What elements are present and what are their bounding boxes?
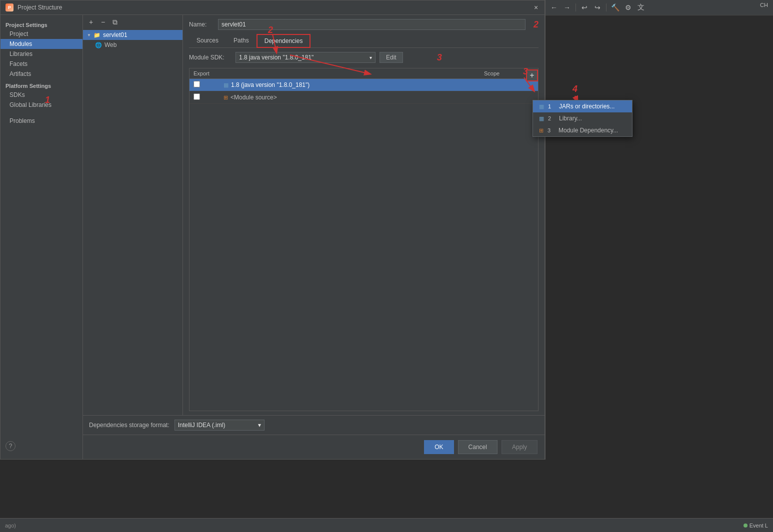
tab-paths[interactable]: Paths [226, 34, 256, 47]
app-icon: P [6, 3, 14, 11]
sidebar-item-problems[interactable]: Problems [0, 116, 82, 126]
tab-dependencies[interactable]: Dependencies [256, 34, 311, 48]
dialog-body: Project Settings Project Modules Librari… [0, 15, 544, 459]
export-col-header: Export [194, 70, 224, 76]
rt-settings-btn[interactable]: ⚙ [622, 2, 634, 13]
sidebar-item-label: Facets [10, 60, 28, 67]
deps-name-label: <Module source> [230, 94, 277, 101]
sdk-row: Module SDK: 1.8 java version "1.8.0_181"… [189, 52, 538, 63]
export-checkbox[interactable] [194, 81, 200, 87]
tree-item-label: Web [104, 41, 116, 48]
help-button[interactable]: ? [6, 441, 16, 451]
dropdown-item-label: JARs or directories... [559, 103, 614, 110]
name-row: Name: 2 [189, 19, 538, 30]
status-info: ago) [5, 523, 16, 529]
tree-item-servlet01[interactable]: ▼ 📁 servlet01 [83, 30, 182, 40]
dialog-title: Project Structure [18, 4, 62, 11]
sdk-edit-button[interactable]: Edit [380, 52, 403, 63]
sidebar-item-label: Modules [10, 40, 32, 47]
project-settings-section-label: Project Settings [0, 19, 82, 29]
sidebar-item-label: Libraries [10, 50, 32, 57]
dropdown-item-label: Library... [559, 115, 582, 122]
tab-label: Dependencies [264, 37, 303, 44]
dropdown-item-module-dep[interactable]: ⊞ 3 Module Dependency... [533, 124, 632, 136]
storage-row: Dependencies storage format: IntelliJ ID… [83, 415, 544, 435]
add-dependency-button[interactable]: + [526, 69, 538, 81]
apply-button[interactable]: Apply [502, 440, 538, 454]
sdk-dropdown-arrow: ▾ [370, 55, 372, 60]
sidebar-item-sdks[interactable]: SDKs [0, 90, 82, 100]
web-icon: 🌐 [95, 42, 102, 48]
rt-translate-btn[interactable]: 文 [636, 2, 646, 13]
tree-item-label: servlet01 [103, 31, 128, 38]
deps-table-header: Export Scope + [189, 68, 538, 78]
name-label: Name: [189, 21, 214, 28]
ok-button[interactable]: OK [424, 440, 454, 454]
storage-dropdown[interactable]: IntelliJ IDEA (.iml) ▾ [174, 420, 264, 431]
sidebar-item-project[interactable]: Project [0, 29, 82, 39]
export-checkbox[interactable] [194, 93, 200, 100]
sdk-dropdown[interactable]: 1.8 java version "1.8.0_181" ▾ [236, 52, 376, 63]
dropdown-item-jars[interactable]: ▦ 1 JARs or directories... [533, 100, 632, 112]
sidebar-item-label: SDKs [10, 91, 25, 98]
dropdown-item-library[interactable]: ▦ 2 Library... [533, 112, 632, 124]
sidebar-item-label: Artifacts [10, 70, 31, 77]
title-bar: P Project Structure × [0, 0, 544, 15]
add-module-button[interactable]: + [86, 17, 96, 27]
folder-icon: 📁 [94, 32, 100, 38]
deps-table: ▦ 1.8 (java version "1.8.0_181") ⊞ [189, 78, 538, 411]
right-toolbar: ← → ↩ ↪ 🔨 ⚙ 文 CH [546, 0, 773, 15]
sidebar-item-global-libraries[interactable]: Global Libraries [0, 100, 82, 110]
module-tree: + − ⧉ ▼ 📁 servlet01 🌐 Web [83, 15, 183, 415]
dialog-footer: OK Cancel Apply [83, 435, 544, 459]
tree-expand-arrow: ▼ [87, 33, 91, 37]
rt-forward-btn[interactable]: → [562, 2, 572, 13]
deps-checkbox [194, 93, 224, 101]
module-details: Name: 2 Sources Paths [183, 15, 544, 415]
sidebar-item-facets[interactable]: Facets [0, 59, 82, 69]
cancel-button[interactable]: Cancel [458, 440, 498, 454]
rt-redo-btn[interactable]: ↪ [592, 2, 603, 13]
title-bar-left: P Project Structure [6, 3, 62, 11]
sdk-label: Module SDK: [189, 54, 232, 61]
split-pane: + − ⧉ ▼ 📁 servlet01 🌐 Web [83, 15, 544, 415]
close-button[interactable]: × [532, 4, 540, 11]
rt-build-btn[interactable]: 🔨 [610, 2, 620, 13]
remove-module-button[interactable]: − [98, 17, 108, 27]
storage-dropdown-arrow: ▾ [258, 422, 261, 429]
module-tree-toolbar: + − ⧉ [83, 15, 182, 30]
event-log-label: Event L [750, 523, 768, 529]
deps-checkbox [194, 81, 224, 89]
rt-separator [606, 3, 606, 11]
rt-back-btn[interactable]: ← [548, 2, 560, 13]
tab-label: Sources [196, 37, 218, 44]
deps-item-name: ⊞ <Module source> [224, 94, 484, 101]
add-dependency-dropdown: ▦ 1 JARs or directories... ▦ 2 Library..… [532, 100, 632, 137]
dropdown-num: 2 [548, 115, 555, 121]
storage-value: IntelliJ IDEA (.iml) [178, 422, 226, 429]
deps-name-label: 1.8 (java version "1.8.0_181") [231, 81, 310, 88]
status-dot [744, 524, 748, 528]
name-input[interactable] [218, 19, 526, 30]
right-panel: ← → ↩ ↪ 🔨 ⚙ 文 CH [545, 0, 773, 460]
sdk-value: 1.8 java version "1.8.0_181" [239, 54, 314, 61]
module-source-icon: ⊞ [224, 94, 228, 101]
sidebar-item-modules[interactable]: Modules [0, 39, 82, 49]
main-content: + − ⧉ ▼ 📁 servlet01 🌐 Web [83, 15, 544, 459]
copy-module-button[interactable]: ⧉ [110, 17, 120, 27]
tree-item-web[interactable]: 🌐 Web [83, 40, 182, 50]
rt-undo-btn[interactable]: ↩ [579, 2, 590, 13]
sidebar-item-artifacts[interactable]: Artifacts 1 [0, 69, 82, 79]
dropdown-item-label: Module Dependency... [558, 127, 618, 134]
event-log-status[interactable]: Event L [744, 523, 768, 529]
status-bar: ago) Event L [0, 518, 773, 532]
sidebar-item-libraries[interactable]: Libraries [0, 49, 82, 59]
rt-ch-label: CH [760, 2, 768, 8]
storage-label: Dependencies storage format: [89, 422, 170, 429]
tab-sources[interactable]: Sources [189, 34, 226, 47]
annotation-3: 3 [437, 52, 442, 63]
deps-row-jdk[interactable]: ▦ 1.8 (java version "1.8.0_181") [190, 79, 538, 91]
deps-row-module-source[interactable]: ⊞ <Module source> [190, 91, 538, 104]
annotation-2: 2 [534, 19, 538, 30]
right-panel-content [546, 35, 773, 55]
